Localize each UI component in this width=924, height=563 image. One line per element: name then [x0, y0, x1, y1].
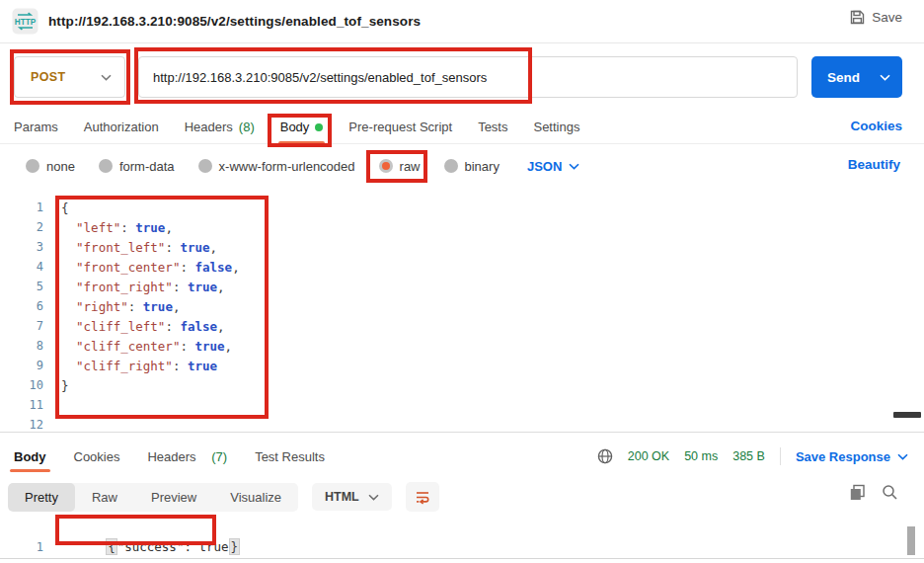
send-button[interactable]: Send [811, 56, 902, 98]
token-colon: : [120, 220, 135, 235]
token-indent [61, 260, 76, 275]
response-tab-cookies[interactable]: Cookies [74, 439, 120, 474]
code-line: 11 [0, 395, 924, 415]
code-text: "cliff_center": true, [61, 339, 232, 354]
token-boolean: false [194, 260, 232, 275]
line-number: 9 [0, 359, 43, 372]
code-line: 6 "right": true, [0, 296, 924, 316]
view-raw[interactable]: Raw [75, 483, 134, 512]
raw-language-select[interactable]: JSON [527, 159, 579, 174]
editor-horizontal-scrollbar[interactable] [893, 412, 921, 418]
time-badge[interactable]: 50 ms [684, 449, 718, 463]
status-badge[interactable]: 200 OK [628, 449, 669, 463]
radio-icon [26, 159, 39, 173]
save-response-button[interactable]: Save Response [796, 449, 908, 464]
line-number: 7 [0, 319, 43, 333]
response-tab-test-results[interactable]: Test Results [255, 439, 325, 474]
token-key: "right" [76, 299, 128, 314]
token-boolean: true [143, 299, 173, 314]
view-visualize[interactable]: Visualize [213, 483, 298, 512]
save-label: Save [872, 10, 902, 25]
view-preview[interactable]: Preview [134, 483, 213, 512]
url-input[interactable] [138, 56, 798, 98]
line-number: 4 [0, 260, 43, 274]
view-pretty[interactable]: Pretty [8, 483, 75, 512]
tab-headers[interactable]: Headers (8) [185, 111, 255, 144]
token-colon: : [173, 359, 188, 373]
wrap-line-button[interactable] [406, 482, 439, 512]
tab-prerequest-script[interactable]: Pre-request Script [348, 111, 452, 144]
tab-settings[interactable]: Settings [533, 111, 579, 144]
code-line: 1{ [0, 198, 924, 217]
send-options-chevron-icon[interactable] [880, 74, 890, 81]
body-mode-binary[interactable]: binary [444, 159, 500, 174]
response-action-icons [849, 484, 898, 501]
globe-icon [597, 448, 613, 464]
radio-icon [99, 159, 113, 173]
code-lines: 1{2 "left": true,3 "front_left": true,4 … [0, 198, 924, 435]
tab-params[interactable]: Params [14, 111, 58, 144]
token-boolean: true [135, 220, 165, 235]
code-text: "right": true, [61, 299, 180, 314]
tab-body[interactable]: Body [280, 111, 324, 144]
bottom-divider [0, 558, 924, 559]
response-view-toolbar: Pretty Raw Preview Visualize HTML [8, 481, 916, 513]
token-comma: , [165, 220, 173, 235]
token-key: "front_center" [76, 260, 180, 275]
token-colon: : [180, 339, 194, 354]
token-punct: { [61, 201, 69, 215]
token-colon: : [180, 260, 194, 275]
code-line: 4 "front_center": false, [0, 257, 924, 277]
response-tab-headers[interactable]: Headers (7) [147, 439, 227, 474]
tab-tests[interactable]: Tests [478, 111, 507, 144]
cookies-link[interactable]: Cookies [850, 119, 902, 133]
token-colon: : [173, 280, 188, 294]
annotation-box-method [10, 49, 130, 105]
save-button[interactable]: Save [850, 10, 902, 25]
token-key: "front_right" [76, 280, 173, 294]
view-segmented-control: Pretty Raw Preview Visualize [8, 483, 298, 512]
copy-response-button[interactable] [849, 484, 866, 501]
response-tab-body[interactable]: Body [14, 439, 46, 474]
line-number: 10 [0, 378, 43, 392]
request-tabs: Params Authorization Headers (8) Body Pr… [0, 111, 924, 144]
token-key: "cliff_center" [76, 339, 180, 354]
copy-icon [849, 484, 866, 501]
search-response-button[interactable] [882, 484, 898, 501]
code-text: "cliff_right": true [61, 359, 217, 373]
section-divider [0, 432, 924, 433]
response-headers-count-badge: (7) [211, 449, 227, 464]
token-boolean: true [194, 339, 224, 354]
body-mode-form-data[interactable]: form-data [99, 159, 175, 174]
request-body-editor[interactable]: 1{2 "left": true,3 "front_left": true,4 … [0, 190, 924, 432]
size-badge[interactable]: 385 B [732, 449, 765, 463]
token-comma: , [225, 339, 233, 354]
token-key: "front_left" [76, 240, 165, 255]
chevron-down-icon [897, 453, 908, 460]
radio-selected-icon [379, 159, 393, 173]
headers-count-badge: (8) [239, 120, 255, 134]
tab-authorization[interactable]: Authorization [84, 111, 159, 144]
token-indent [61, 280, 76, 294]
divider [780, 447, 781, 465]
code-line: 9 "cliff_right": true [0, 356, 924, 375]
line-number: 1 [0, 201, 43, 214]
token-boolean: false [180, 319, 217, 334]
wrap-line-icon [415, 489, 430, 505]
response-format-select[interactable]: HTML [312, 483, 392, 511]
code-text: "left": true, [61, 220, 173, 235]
body-mode-urlencoded[interactable]: x-www-form-urlencoded [198, 159, 355, 174]
token-comma: , [217, 280, 225, 294]
beautify-link[interactable]: Beautify [848, 157, 900, 172]
body-mode-none[interactable]: none [26, 159, 75, 174]
line-number: 12 [0, 418, 43, 432]
line-number: 3 [0, 240, 43, 254]
response-vertical-scrollbar[interactable] [907, 526, 915, 555]
token-key: "cliff_left" [76, 319, 165, 334]
request-title: http://192.168.3.210:9085/v2/settings/en… [48, 14, 421, 29]
body-mode-raw[interactable]: raw [379, 159, 421, 174]
method-select[interactable]: POST [14, 56, 125, 98]
code-text: "front_center": false, [61, 260, 240, 275]
code-line: 3 "front_left": true, [0, 237, 924, 257]
code-line: 7 "cliff_left": false, [0, 316, 924, 336]
